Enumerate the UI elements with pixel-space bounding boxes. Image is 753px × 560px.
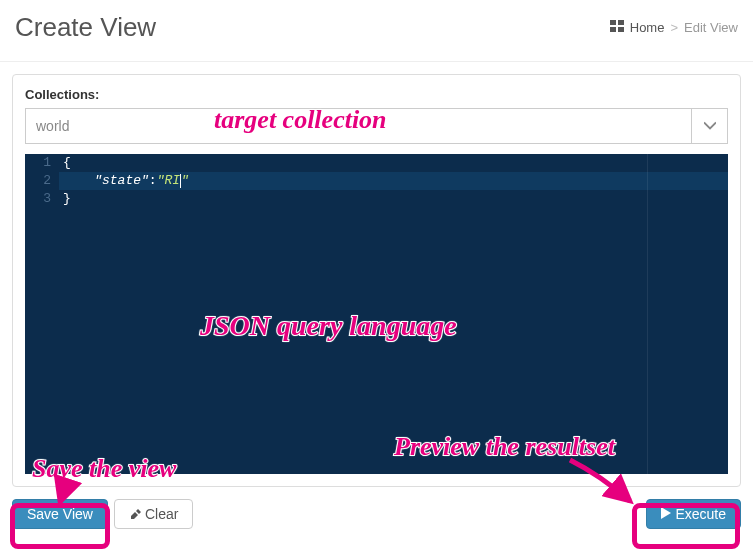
breadcrumb-current: Edit View (684, 20, 738, 35)
page-title: Create View (15, 12, 156, 43)
code-line: { (59, 154, 71, 172)
line-number: 2 (25, 172, 59, 190)
clear-button[interactable]: Clear (114, 499, 193, 529)
svg-rect-1 (618, 20, 624, 25)
execute-label: Execute (675, 506, 726, 522)
clear-label: Clear (145, 506, 178, 522)
play-icon (661, 506, 671, 522)
breadcrumb: Home > Edit View (610, 20, 738, 35)
chevron-right-icon: > (670, 20, 678, 35)
editor-margin-line (647, 154, 648, 474)
collections-select[interactable]: world (25, 108, 728, 144)
code-line: } (59, 190, 71, 208)
code-line: "state":"RI" (59, 172, 189, 190)
collections-label: Collections: (25, 87, 728, 102)
line-number: 1 (25, 154, 59, 172)
eraser-icon (129, 506, 141, 522)
line-number: 3 (25, 190, 59, 208)
execute-button[interactable]: Execute (646, 499, 741, 529)
json-editor[interactable]: 1 { 2 "state":"RI" 3 } (25, 154, 728, 474)
collections-selected-value: world (26, 118, 691, 134)
dashboard-icon (610, 20, 624, 35)
chevron-down-icon[interactable] (691, 109, 727, 143)
svg-rect-3 (618, 27, 624, 32)
svg-rect-0 (610, 20, 616, 25)
svg-rect-2 (610, 27, 616, 32)
save-view-button[interactable]: Save View (12, 499, 108, 529)
breadcrumb-home[interactable]: Home (630, 20, 665, 35)
create-view-panel: Collections: world 1 { 2 "state":"RI" 3 … (12, 74, 741, 487)
